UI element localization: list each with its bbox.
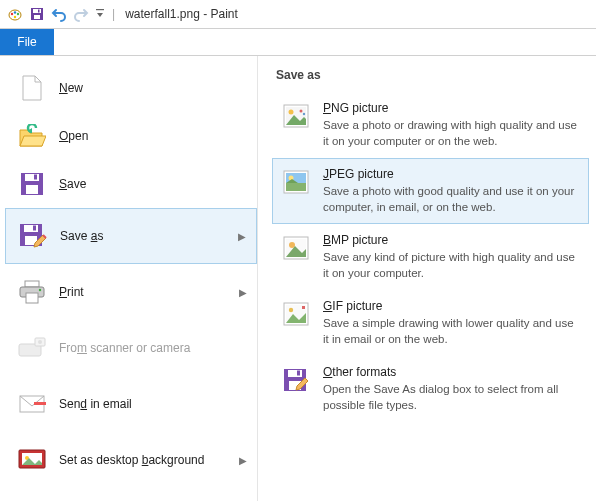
format-option-gif[interactable]: GIF picture Save a simple drawing with l… — [272, 290, 589, 356]
svg-rect-38 — [286, 183, 306, 191]
chevron-right-icon: ▶ — [239, 455, 247, 466]
menu-item-desktop-background[interactable]: Set as desktop background ▶ — [5, 432, 257, 488]
jpeg-picture-icon — [281, 167, 311, 197]
chevron-right-icon: ▶ — [238, 231, 246, 242]
svg-point-3 — [17, 13, 19, 15]
save-floppy-icon — [17, 169, 47, 199]
format-option-bmp[interactable]: BMP picture Save any kind of picture wit… — [272, 224, 589, 290]
gif-picture-icon — [281, 299, 311, 329]
format-description: Save a simple drawing with lower quality… — [323, 316, 580, 347]
format-description: Save a photo or drawing with high qualit… — [323, 118, 580, 149]
format-title: GIF picture — [323, 299, 580, 313]
menu-item-label: Send in email — [59, 397, 132, 411]
menu-item-label: Save as — [60, 229, 103, 243]
svg-rect-6 — [33, 9, 41, 13]
window-title: waterfall1.png - Paint — [125, 7, 238, 21]
svg-point-21 — [39, 289, 41, 291]
svg-point-1 — [11, 13, 13, 15]
save-as-submenu: Save as PNG picture Save a photo or draw… — [258, 56, 595, 501]
format-description: Save any kind of picture with high quali… — [323, 250, 580, 281]
desktop-background-icon — [17, 445, 47, 475]
new-file-icon — [17, 73, 47, 103]
format-title: BMP picture — [323, 233, 580, 247]
svg-rect-48 — [297, 371, 300, 376]
ribbon-bar: File — [0, 28, 596, 56]
title-bar: | waterfall1.png - Paint — [0, 0, 596, 28]
menu-item-save[interactable]: Save — [5, 160, 257, 208]
quick-save-icon[interactable] — [28, 5, 46, 23]
bmp-picture-icon — [281, 233, 311, 263]
menu-item-label: Save — [59, 177, 86, 191]
svg-point-4 — [14, 16, 16, 18]
undo-icon[interactable] — [50, 5, 68, 23]
format-option-other[interactable]: Other formats Open the Save As dialog bo… — [272, 356, 589, 422]
printer-icon — [17, 277, 47, 307]
chevron-right-icon: ▶ — [239, 287, 247, 298]
title-separator: | — [112, 7, 115, 21]
menu-item-scanner: From scanner or camera — [5, 320, 257, 376]
file-tab[interactable]: File — [0, 29, 54, 55]
other-formats-icon — [281, 365, 311, 395]
menu-item-open[interactable]: Open — [5, 112, 257, 160]
save-as-icon — [18, 221, 48, 251]
svg-rect-7 — [34, 15, 40, 19]
quick-access-dropdown-icon[interactable] — [94, 5, 106, 23]
menu-item-send-email[interactable]: Send in email — [5, 376, 257, 432]
file-menu-left-pane: New Open Save Save as ▶ Print — [5, 56, 258, 501]
redo-icon[interactable] — [72, 5, 90, 23]
svg-point-33 — [300, 110, 303, 113]
format-description: Save a photo with good quality and use i… — [323, 184, 580, 215]
format-option-png[interactable]: PNG picture Save a photo or drawing with… — [272, 92, 589, 158]
svg-rect-13 — [26, 185, 38, 194]
menu-item-new[interactable]: New — [5, 64, 257, 112]
png-picture-icon — [281, 101, 311, 131]
menu-item-label: From scanner or camera — [59, 341, 190, 355]
menu-item-save-as[interactable]: Save as ▶ — [5, 208, 257, 264]
format-option-jpeg[interactable]: JPEG picture Save a photo with good qual… — [272, 158, 589, 224]
svg-rect-9 — [96, 9, 104, 10]
svg-rect-8 — [38, 10, 40, 13]
svg-point-2 — [14, 11, 16, 13]
open-folder-icon — [17, 121, 47, 151]
svg-point-44 — [289, 308, 293, 312]
svg-point-34 — [303, 113, 305, 115]
menu-item-label: Open — [59, 129, 88, 143]
format-title: Other formats — [323, 365, 580, 379]
format-title: PNG picture — [323, 101, 580, 115]
file-menu-dropdown: New Open Save Save as ▶ Print — [5, 56, 595, 501]
email-icon — [17, 389, 47, 419]
format-description: Open the Save As dialog box to select fr… — [323, 382, 580, 413]
svg-point-32 — [289, 110, 294, 115]
svg-rect-26 — [34, 402, 46, 405]
save-as-heading: Save as — [276, 68, 589, 82]
scanner-camera-icon — [17, 333, 47, 363]
menu-item-label: Print — [59, 285, 84, 299]
svg-point-24 — [38, 340, 42, 344]
svg-rect-20 — [26, 293, 38, 303]
menu-item-label: Set as desktop background — [59, 453, 204, 467]
svg-rect-16 — [33, 226, 36, 231]
svg-rect-45 — [302, 306, 305, 309]
paint-app-icon[interactable] — [6, 5, 24, 23]
format-title: JPEG picture — [323, 167, 580, 181]
menu-item-print[interactable]: Print ▶ — [5, 264, 257, 320]
menu-item-label: New — [59, 81, 83, 95]
svg-rect-18 — [25, 281, 39, 287]
svg-rect-12 — [34, 175, 37, 180]
